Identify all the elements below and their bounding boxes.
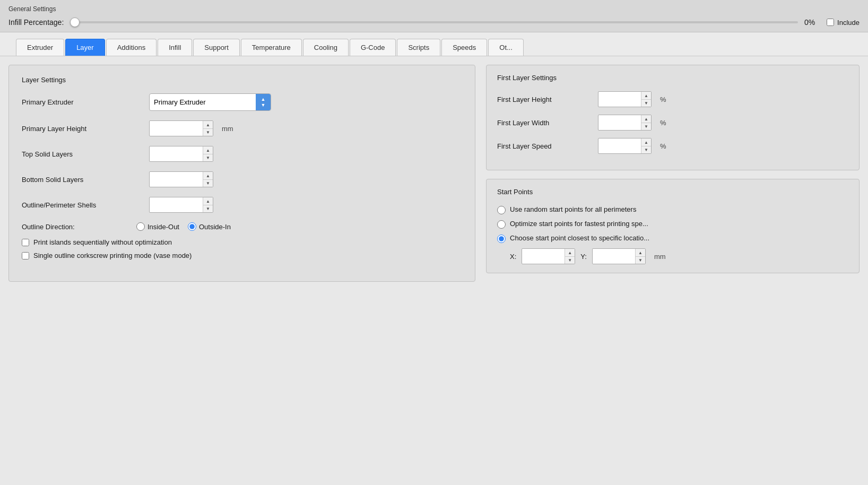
top-solid-layers-up[interactable]: ▲ bbox=[203, 146, 213, 154]
vase-mode-checkbox[interactable] bbox=[22, 252, 29, 259]
bottom-solid-layers-up[interactable]: ▲ bbox=[203, 172, 213, 179]
outline-direction-label: Outline Direction: bbox=[22, 223, 128, 231]
first-layer-height-row: First Layer Height 100 ▲ ▼ % bbox=[497, 91, 848, 107]
first-layer-width-up[interactable]: ▲ bbox=[641, 115, 651, 123]
start-points-optimize-row: Optimize start points for fastest printi… bbox=[497, 220, 848, 229]
primary-extruder-row: Primary Extruder Primary Extruder ▲ ▼ bbox=[22, 93, 462, 111]
first-layer-height-up[interactable]: ▲ bbox=[641, 92, 651, 99]
first-layer-width-down[interactable]: ▼ bbox=[641, 123, 651, 130]
y-input-group: 0,0 ▲ ▼ bbox=[592, 248, 646, 264]
start-points-closest-radio[interactable] bbox=[497, 235, 506, 243]
primary-extruder-select-container: Primary Extruder ▲ ▼ bbox=[149, 93, 271, 111]
first-layer-height-input[interactable]: 100 bbox=[598, 93, 641, 106]
outline-direction-row: Outline Direction: Inside-Out Outside-In bbox=[22, 222, 462, 231]
first-layer-speed-down[interactable]: ▼ bbox=[641, 146, 651, 153]
x-spinners: ▲ ▼ bbox=[565, 249, 575, 264]
primary-extruder-label: Primary Extruder bbox=[22, 98, 144, 106]
outside-in-radio[interactable] bbox=[188, 222, 196, 231]
outline-perimeter-shells-spinners: ▲ ▼ bbox=[203, 197, 213, 212]
outline-perimeter-shells-down[interactable]: ▼ bbox=[203, 205, 213, 212]
include-checkbox[interactable] bbox=[827, 19, 834, 26]
infill-row: Infill Percentage: 0% Include bbox=[8, 18, 860, 27]
tab-scripts[interactable]: Scripts bbox=[397, 39, 440, 56]
first-layer-speed-unit: % bbox=[660, 142, 666, 150]
tab-bar: Extruder Layer Additions Infill Support … bbox=[0, 32, 868, 56]
primary-layer-height-spinners: ▲ ▼ bbox=[203, 121, 213, 136]
first-layer-width-input[interactable]: 120 bbox=[598, 117, 641, 129]
outline-perimeter-shells-label: Outline/Perimeter Shells bbox=[22, 201, 144, 209]
first-layer-height-unit: % bbox=[660, 96, 666, 103]
infill-label: Infill Percentage: bbox=[8, 18, 64, 27]
x-up[interactable]: ▲ bbox=[565, 249, 575, 256]
y-up[interactable]: ▲ bbox=[636, 249, 645, 256]
first-layer-speed-input[interactable]: 50 bbox=[598, 140, 641, 152]
y-spinners: ▲ ▼ bbox=[635, 249, 645, 264]
outline-perimeter-shells-input[interactable]: 1 bbox=[150, 199, 203, 211]
tab-other[interactable]: Ot... bbox=[488, 39, 524, 56]
tab-temperature[interactable]: Temperature bbox=[241, 39, 302, 56]
y-input[interactable]: 0,0 bbox=[593, 250, 635, 263]
print-islands-checkbox[interactable] bbox=[22, 239, 29, 246]
first-layer-speed-label: First Layer Speed bbox=[497, 142, 593, 150]
start-points-section: Start Points Use random start points for… bbox=[486, 179, 860, 273]
main-content: Layer Settings Primary Extruder Primary … bbox=[0, 56, 868, 290]
start-points-optimize-radio[interactable] bbox=[497, 220, 506, 229]
primary-extruder-select[interactable]: Primary Extruder bbox=[150, 96, 256, 109]
y-down[interactable]: ▼ bbox=[636, 256, 645, 264]
print-islands-label: Print islands sequentially without optim… bbox=[33, 238, 172, 246]
x-input[interactable]: 0,0 bbox=[522, 250, 565, 263]
first-layer-width-input-group: 120 ▲ ▼ bbox=[598, 115, 652, 131]
primary-layer-height-input[interactable]: 0,3200 bbox=[150, 123, 203, 135]
outside-in-option[interactable]: Outside-In bbox=[188, 222, 231, 231]
first-layer-speed-spinners: ▲ ▼ bbox=[641, 138, 651, 153]
primary-layer-height-down[interactable]: ▼ bbox=[203, 128, 213, 136]
layer-settings-title: Layer Settings bbox=[22, 76, 462, 84]
infill-percent: 0% bbox=[804, 18, 820, 27]
inside-out-radio[interactable] bbox=[136, 222, 145, 231]
xy-coordinates-row: X: 0,0 ▲ ▼ Y: 0,0 ▲ ▼ mm bbox=[497, 248, 848, 264]
start-points-random-row: Use random start points for all perimete… bbox=[497, 205, 848, 214]
tab-gcode[interactable]: G-Code bbox=[350, 39, 396, 56]
include-label: Include bbox=[837, 19, 860, 27]
outline-perimeter-shells-row: Outline/Perimeter Shells 1 ▲ ▼ bbox=[22, 197, 462, 213]
bottom-solid-layers-row: Bottom Solid Layers 2 ▲ ▼ bbox=[22, 171, 462, 187]
x-input-group: 0,0 ▲ ▼ bbox=[522, 248, 575, 264]
outside-in-label: Outside-In bbox=[199, 223, 231, 231]
first-layer-height-label: First Layer Height bbox=[497, 96, 593, 103]
first-layer-speed-input-group: 50 ▲ ▼ bbox=[598, 138, 652, 154]
start-points-closest-label: Choose start point closest to specific l… bbox=[510, 234, 649, 242]
start-points-random-radio[interactable] bbox=[497, 206, 506, 214]
bottom-solid-layers-label: Bottom Solid Layers bbox=[22, 176, 144, 184]
first-layer-title: First Layer Settings bbox=[497, 74, 848, 82]
primary-layer-height-up[interactable]: ▲ bbox=[203, 121, 213, 128]
xy-unit: mm bbox=[654, 253, 666, 261]
bottom-solid-layers-input[interactable]: 2 bbox=[150, 174, 203, 186]
infill-slider[interactable] bbox=[70, 21, 798, 23]
tab-cooling[interactable]: Cooling bbox=[303, 39, 349, 56]
tab-support[interactable]: Support bbox=[193, 39, 240, 56]
start-points-optimize-label: Optimize start points for fastest printi… bbox=[510, 220, 648, 228]
primary-layer-height-label: Primary Layer Height bbox=[22, 125, 144, 133]
vase-mode-label: Single outline corkscrew printing mode (… bbox=[33, 252, 192, 259]
tab-speeds[interactable]: Speeds bbox=[441, 39, 487, 56]
top-bar: General Settings Infill Percentage: 0% I… bbox=[0, 0, 868, 32]
x-down[interactable]: ▼ bbox=[565, 256, 575, 264]
vase-mode-row: Single outline corkscrew printing mode (… bbox=[22, 252, 462, 259]
right-panel: First Layer Settings First Layer Height … bbox=[475, 65, 860, 282]
tab-layer[interactable]: Layer bbox=[65, 39, 105, 56]
first-layer-height-down[interactable]: ▼ bbox=[641, 99, 651, 107]
outline-perimeter-shells-up[interactable]: ▲ bbox=[203, 197, 213, 205]
primary-layer-height-row: Primary Layer Height 0,3200 ▲ ▼ mm bbox=[22, 120, 462, 136]
first-layer-speed-up[interactable]: ▲ bbox=[641, 138, 651, 146]
top-solid-layers-down[interactable]: ▼ bbox=[203, 154, 213, 161]
bottom-solid-layers-down[interactable]: ▼ bbox=[203, 179, 213, 187]
tab-extruder[interactable]: Extruder bbox=[16, 39, 64, 56]
tab-infill[interactable]: Infill bbox=[158, 39, 192, 56]
inside-out-option[interactable]: Inside-Out bbox=[136, 222, 179, 231]
bottom-solid-layers-spinners: ▲ ▼ bbox=[203, 172, 213, 187]
primary-layer-height-unit: mm bbox=[222, 125, 233, 133]
tab-additions[interactable]: Additions bbox=[106, 39, 157, 56]
top-solid-layers-input[interactable]: 0 bbox=[150, 148, 203, 160]
primary-layer-height-input-group: 0,3200 ▲ ▼ bbox=[149, 120, 213, 136]
start-points-random-label: Use random start points for all perimete… bbox=[510, 205, 636, 213]
